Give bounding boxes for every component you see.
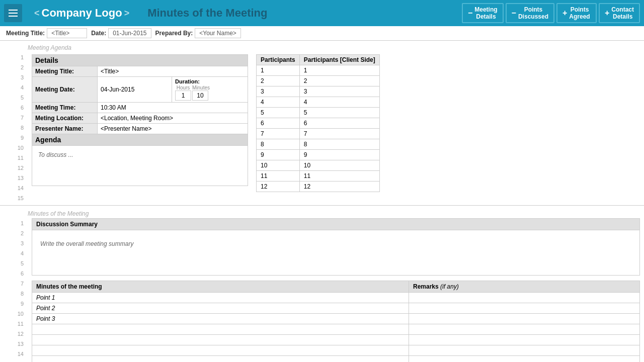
m-row-num-1: 1: [21, 218, 24, 228]
date-label: Date:: [91, 30, 106, 37]
plus-icon-2: +: [605, 9, 609, 18]
presenter-name-label: Presenter Name:: [32, 124, 98, 134]
empty-row-3: [32, 345, 409, 356]
duration-cell: Duration: Hours 1 Minutes 10: [172, 77, 248, 103]
header: < Company Logo > Minutes of the Meeting …: [0, 0, 644, 26]
prepared-by-label: Prepared By:: [155, 30, 193, 37]
minutes-value: 10: [192, 90, 208, 101]
empty-remark-2: [409, 335, 639, 345]
row-num-4: 4: [21, 82, 24, 93]
p-row-12-col2: 12: [299, 182, 379, 192]
meeting-title-row-value: <Title>: [98, 66, 248, 77]
agenda-section-label-row: Meeting Agenda: [0, 41, 644, 52]
agenda-section-label: Meeting Agenda: [28, 44, 71, 51]
p-row-1-col2: 1: [299, 65, 379, 76]
meeting-details-button[interactable]: − MeetingDetails: [462, 3, 504, 24]
m-row-num-4: 4: [21, 248, 24, 258]
row-num-8: 8: [21, 123, 24, 133]
row-num-5: 5: [21, 93, 24, 103]
empty-remark-4: [409, 356, 639, 363]
p-row-12-col1: 12: [257, 182, 300, 192]
m-row-num-10: 10: [18, 309, 24, 319]
point-2-cell: Point 2: [32, 303, 409, 314]
row-num-3: 3: [21, 72, 24, 82]
row-num-9: 9: [21, 133, 24, 143]
agenda-content-area: 1 2 3 4 5 6 7 8 9 10 11 12 13 14 15 D: [0, 52, 644, 203]
m-row-num-7: 7: [21, 279, 24, 289]
m-row-num-11: 11: [18, 319, 24, 329]
m-row-num-14: 14: [18, 349, 24, 359]
p-row-7-col2: 7: [299, 129, 379, 139]
prepared-by-field: Prepared By: <Your Name>: [155, 28, 241, 38]
p-row-3-col1: 3: [257, 86, 300, 97]
remark-3-cell: [409, 314, 639, 324]
prepared-by-value: <Your Name>: [195, 28, 241, 38]
agenda-text: To discuss ...: [35, 147, 245, 162]
row-num-1: 1: [21, 52, 24, 62]
points-agreed-button[interactable]: + PointsAgreed: [556, 3, 597, 24]
meeting-title-field: Meeting Title: <Title>: [6, 28, 87, 38]
minus-icon-1: −: [468, 9, 472, 18]
participants-section: Participants Participants [Client Side] …: [256, 54, 640, 192]
logo-text-label: Company Logo: [42, 7, 122, 20]
details-header: Details: [32, 55, 248, 66]
minutes-content-area: 1 2 3 4 5 6 7 8 9 10 11 12 13 14 15 16 1…: [0, 218, 644, 362]
p-row-6-col2: 6: [299, 118, 379, 129]
meeting-date-value: 04-Jun-2015: [98, 77, 172, 103]
p-row-11-col2: 11: [299, 171, 379, 182]
empty-row-2: [32, 335, 409, 345]
meeting-title-value: <Title>: [47, 28, 87, 38]
remark-2-cell: [409, 303, 639, 314]
minutes-section-label: Minutes of the Meeting: [28, 210, 89, 217]
m-row-num-2: 2: [21, 228, 24, 238]
details-table: Details Meeting Title: <Title> Meeting D…: [32, 54, 248, 186]
remark-1-cell: [409, 293, 639, 303]
meeting-title-row-label: Meeting Title:: [32, 66, 98, 77]
logo-arrow-left-icon: <: [34, 8, 40, 19]
page-title: Minutes of the Meeting: [141, 7, 458, 20]
p-row-2-col2: 2: [299, 76, 379, 86]
meeting-time-value: 10:30 AM: [98, 103, 248, 113]
points-agreed-label: PointsAgreed: [569, 6, 590, 21]
hamburger-line-1: [9, 10, 18, 11]
hamburger-menu-button[interactable]: [4, 4, 22, 22]
contact-details-button[interactable]: + ContactDetails: [599, 3, 640, 24]
row-num-11: 11: [18, 153, 24, 163]
row-num-14: 14: [18, 183, 24, 193]
points-discussed-label: PointsDiscussed: [518, 6, 548, 21]
p-row-10-col2: 10: [299, 160, 379, 171]
row-num-15: 15: [18, 193, 24, 203]
p-row-2-col1: 2: [257, 76, 300, 86]
hamburger-line-2: [9, 13, 18, 14]
p-row-5-col1: 5: [257, 108, 300, 118]
meeting-title-label: Meeting Title:: [6, 30, 45, 37]
minutes-of-meeting-table: Minutes of the meeting Remarks (if any) …: [32, 281, 640, 362]
p-row-3-col2: 3: [299, 86, 379, 97]
m-row-num-9: 9: [21, 299, 24, 309]
p-row-10-col1: 10: [257, 160, 300, 171]
p-row-4-col1: 4: [257, 97, 300, 108]
meeting-date-label: Meeting Date:: [32, 77, 98, 103]
row-num-7: 7: [21, 113, 24, 123]
p-row-11-col1: 11: [257, 171, 300, 182]
p-row-6-col1: 6: [257, 118, 300, 129]
hours-value: 1: [175, 90, 191, 101]
points-discussed-button[interactable]: − PointsDiscussed: [506, 3, 554, 24]
m-row-num-8: 8: [21, 289, 24, 299]
meeting-details-label: MeetingDetails: [474, 6, 497, 21]
logo-area: < Company Logo >: [26, 5, 137, 22]
minus-icon-2: −: [512, 9, 516, 18]
empty-row-4: [32, 356, 409, 363]
meeting-location-value: <Location, Meeting Room>: [98, 113, 248, 124]
p-row-8-col2: 8: [299, 139, 379, 150]
contact-details-label: ContactDetails: [611, 6, 634, 21]
discussion-summary-table: Discussion Summary Write the overall mee…: [32, 218, 640, 276]
company-logo: < Company Logo >: [34, 7, 129, 20]
minutes-col2-header: Remarks (if any): [409, 281, 639, 293]
discussion-summary-header: Discussion Summary: [32, 219, 640, 230]
meeting-time-label: Meeting Time:: [32, 103, 98, 113]
details-section: Details Meeting Title: <Title> Meeting D…: [32, 54, 248, 192]
hamburger-line-3: [9, 16, 18, 17]
point-3-cell: Point 3: [32, 314, 409, 324]
agenda-row-numbers: 1 2 3 4 5 6 7 8 9 10 11 12 13 14 15: [0, 52, 28, 203]
